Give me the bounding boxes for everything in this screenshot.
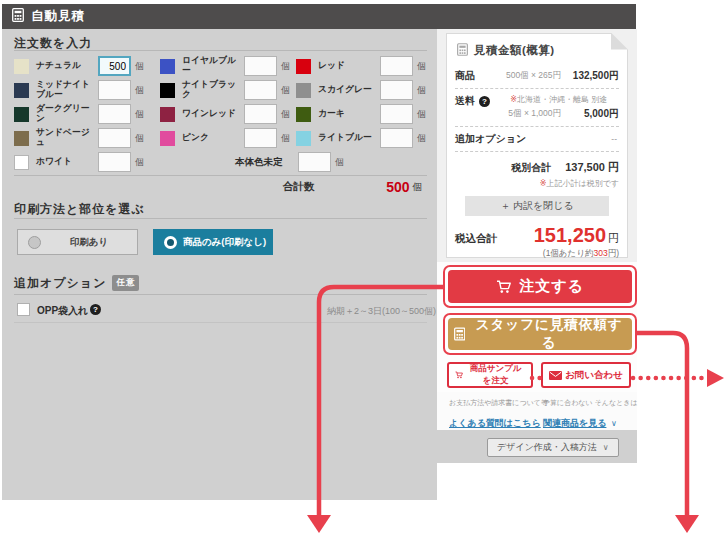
sidebar-footer-strip: デザイン作成・入稿方法 ∨	[437, 430, 637, 463]
color-row: 本体色未定 個	[235, 151, 344, 173]
color-label: ワインレッド	[182, 109, 244, 119]
unit-label: 個	[135, 60, 144, 73]
total-with-tax-row: 税込合計 151,250 円	[455, 224, 619, 247]
page-fold-corner	[611, 33, 628, 50]
unit-label: 個	[135, 132, 144, 145]
unit-label: 個	[417, 108, 426, 121]
staff-quote-button[interactable]: スタッフに見積依頼する	[448, 318, 632, 350]
color-swatch	[14, 59, 29, 74]
radio-product-only[interactable]: 商品のみ(印刷なし)	[153, 229, 273, 255]
unit-label: 個	[135, 156, 144, 169]
total-unit-label: 円	[608, 231, 619, 246]
per-unit-price: (1個あたり約303円)	[455, 248, 619, 260]
total-quantity-value: 500	[386, 179, 409, 195]
quantity-input[interactable]	[98, 152, 131, 172]
color-label: ダークグリーン	[36, 104, 98, 123]
related-products-link[interactable]: 関連商品を見る	[543, 418, 606, 428]
opp-bag-checkbox[interactable]	[17, 303, 30, 316]
quantity-input[interactable]	[380, 104, 413, 124]
help-icon[interactable]: ?	[90, 304, 101, 315]
color-swatch	[14, 155, 29, 170]
subtotal-note: ※上記小計は税別です	[455, 178, 619, 189]
calculator-icon	[12, 8, 24, 26]
subtotal-value: 137,500 円	[565, 160, 619, 175]
quantity-input[interactable]	[380, 80, 413, 100]
divider	[14, 322, 427, 323]
color-label: ナチュラル	[36, 61, 98, 71]
shipping-label: 送料	[455, 94, 475, 108]
radio-label: 印刷あり	[41, 236, 137, 249]
product-label: 商品	[455, 69, 475, 83]
asterisk-mark: ※	[510, 95, 517, 104]
quantity-input[interactable]	[98, 80, 131, 100]
design-howto-button[interactable]: デザイン作成・入稿方法 ∨	[487, 438, 619, 457]
delivery-note: 納期＋2～3日(100～500個)	[327, 305, 436, 318]
estimate-card-title: 見積金額(概算)	[457, 43, 619, 58]
unit-label: 個	[335, 156, 344, 169]
radio-print-yes[interactable]: 印刷あり	[17, 229, 138, 255]
annotation-arrowhead-down	[307, 515, 331, 533]
sample-order-label: 商品サンプルを注文	[466, 363, 525, 387]
quantity-input[interactable]	[380, 128, 413, 148]
color-label: ライトブルー	[318, 133, 380, 143]
color-label: ロイヤルブルー	[182, 56, 244, 75]
quantity-input[interactable]	[244, 56, 277, 76]
quantity-input[interactable]	[244, 80, 277, 100]
color-label: ピンク	[182, 133, 244, 143]
estimate-sidebar: デザイン作成・入稿方法 ∨ 見積金額(概算) 商品 500個 × 265円 13…	[437, 29, 637, 463]
calculator-icon	[457, 43, 468, 58]
faq-link[interactable]: よくある質問はこちら	[449, 418, 541, 428]
close-breakdown-button[interactable]: ＋ 内訳を閉じる	[465, 196, 609, 216]
color-swatch	[14, 131, 29, 146]
sample-order-button[interactable]: 商品サンプルを注文	[447, 362, 533, 388]
color-label: スカイグレー	[318, 85, 380, 95]
addon-row-label: 追加オプション	[455, 132, 526, 146]
color-label: ホワイト	[36, 157, 98, 167]
per-unit-post: 円)	[608, 248, 619, 258]
order-button[interactable]: 注文する	[448, 270, 632, 303]
annotation-arrow-staff	[636, 333, 687, 516]
color-row: レッド 個	[296, 55, 426, 77]
faq-caption: お支払方法や請求書について等	[449, 398, 551, 408]
quantity-input[interactable]	[98, 104, 131, 124]
divider	[14, 50, 427, 51]
page-title: 自動見積	[31, 8, 85, 25]
cart-icon	[496, 280, 512, 294]
estimate-row-addon: 追加オプション --	[455, 127, 619, 152]
total-quantity-label: 合計数	[283, 180, 315, 194]
addon-title-text: 追加オプション	[14, 276, 106, 290]
unit-label: 個	[417, 60, 426, 73]
color-row: ナイトブラック 個	[160, 79, 290, 101]
color-label: カーキ	[318, 109, 380, 119]
quantity-input[interactable]	[98, 128, 131, 148]
quantity-input[interactable]	[244, 104, 277, 124]
estimate-row-shipping: 送料 ? ※北海道・沖縄・離島 別途 5個 × 1,000円 5,000円	[455, 89, 619, 127]
order-form-panel: 注文数を入力 ナチュラル 個 ロイヤルブルー 個 レッド 個 ミッドナイトブルー…	[2, 29, 437, 500]
order-button-highlight: 注文する	[443, 265, 637, 308]
color-swatch	[296, 83, 311, 98]
quantity-input[interactable]	[298, 152, 331, 172]
color-label: レッド	[318, 61, 380, 71]
color-swatch	[160, 83, 175, 98]
color-row: スカイグレー 個	[296, 79, 426, 101]
estimate-title-text: 見積金額(概算)	[474, 43, 555, 58]
quantity-input[interactable]	[380, 56, 413, 76]
shipping-price: 5,000円	[567, 107, 619, 121]
per-unit-value: 303	[593, 248, 607, 258]
help-icon[interactable]: ?	[479, 96, 490, 107]
color-swatch	[14, 107, 29, 122]
design-howto-label: デザイン作成・入稿方法	[497, 441, 597, 454]
color-swatch	[160, 59, 175, 74]
chevron-down-icon: ∨	[603, 443, 609, 452]
contact-button[interactable]: お問い合わせ	[541, 362, 631, 388]
order-button-label: 注文する	[519, 277, 584, 296]
optional-badge: 任意	[112, 275, 139, 291]
quantity-input[interactable]	[98, 56, 131, 76]
total-quantity-row: 合計数 500 個	[14, 179, 422, 195]
annotation-arrowhead-right	[707, 369, 724, 387]
unit-label: 個	[281, 60, 290, 73]
unit-label: 個	[417, 84, 426, 97]
quantity-input[interactable]	[244, 128, 277, 148]
estimate-row-product: 商品 500個 × 265円 132,500円	[455, 64, 619, 89]
unit-label: 個	[281, 108, 290, 121]
